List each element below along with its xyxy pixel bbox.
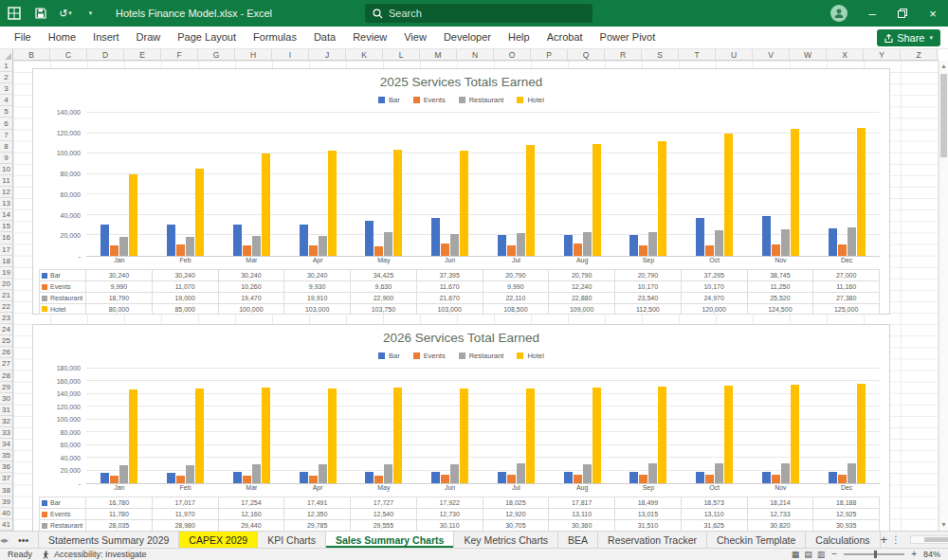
row-header-41[interactable]: 41 <box>0 519 12 531</box>
sheet-tab-kpi-charts[interactable]: KPI Charts <box>258 532 326 548</box>
row-header-19[interactable]: 19 <box>0 267 12 279</box>
row-header-39[interactable]: 39 <box>0 497 12 508</box>
sheet-tab-reservation-tracker[interactable]: Reservation Tracker <box>598 532 707 548</box>
customize-quick-access-icon[interactable]: ▾ <box>78 0 102 27</box>
undo-icon[interactable]: ↺▾ <box>53 0 78 27</box>
row-header-3[interactable]: 3 <box>0 83 12 95</box>
row-header-24[interactable]: 24 <box>0 324 12 335</box>
column-header-P[interactable]: P <box>531 49 568 60</box>
column-header-G[interactable]: G <box>198 49 235 60</box>
row-header-8[interactable]: 8 <box>0 141 12 153</box>
row-header-29[interactable]: 29 <box>0 382 12 393</box>
row-header-6[interactable]: 6 <box>0 117 12 129</box>
save-icon[interactable] <box>28 0 53 27</box>
accessibility-checker[interactable]: Accessibility: Investigate <box>42 550 147 559</box>
column-header-N[interactable]: N <box>457 49 494 60</box>
row-header-15[interactable]: 15 <box>0 221 12 232</box>
sheet-tab-bea[interactable]: BEA <box>558 532 598 548</box>
column-header-D[interactable]: D <box>87 49 124 60</box>
row-header-7[interactable]: 7 <box>0 130 12 141</box>
row-header-13[interactable]: 13 <box>0 198 12 209</box>
ribbon-tab-home[interactable]: Home <box>40 27 84 48</box>
column-header-H[interactable]: H <box>235 49 272 60</box>
row-header-38[interactable]: 38 <box>0 484 12 496</box>
zoom-out-icon[interactable]: − <box>831 550 837 559</box>
ribbon-tab-draw[interactable]: Draw <box>128 27 170 48</box>
ribbon-tab-file[interactable]: File <box>6 27 40 48</box>
row-header-27[interactable]: 27 <box>0 358 12 370</box>
column-header-I[interactable]: I <box>272 49 309 60</box>
horizontal-scrollbar[interactable] <box>910 535 948 544</box>
zoom-in-icon[interactable]: + <box>911 550 917 559</box>
sheet-tab-overflow[interactable]: ••• <box>9 532 39 548</box>
close-button[interactable]: × <box>918 0 948 27</box>
vertical-scrollbar[interactable]: ▲ ▼ <box>939 61 948 531</box>
row-header-36[interactable]: 36 <box>0 461 12 473</box>
row-header-1[interactable]: 1 <box>0 61 12 72</box>
column-header-S[interactable]: S <box>642 49 679 60</box>
ribbon-tab-help[interactable]: Help <box>500 27 538 48</box>
row-header-16[interactable]: 16 <box>0 232 12 244</box>
sheet-tab-sales-summary-charts[interactable]: Sales Summary Charts <box>326 532 454 548</box>
vertical-scroll-thumb[interactable] <box>940 74 947 157</box>
row-header-12[interactable]: 12 <box>0 187 12 198</box>
zoom-slider[interactable] <box>844 553 904 555</box>
row-header-32[interactable]: 32 <box>0 416 12 427</box>
ribbon-tab-insert[interactable]: Insert <box>84 27 128 48</box>
row-header-22[interactable]: 22 <box>0 301 12 313</box>
column-header-O[interactable]: O <box>494 49 531 60</box>
page-break-view-icon[interactable]: ▥ <box>817 550 826 559</box>
column-header-V[interactable]: V <box>753 49 790 60</box>
row-header-20[interactable]: 20 <box>0 279 12 290</box>
column-header-C[interactable]: C <box>50 49 87 60</box>
row-header-17[interactable]: 17 <box>0 244 12 256</box>
row-header-9[interactable]: 9 <box>0 153 12 164</box>
worksheet-grid[interactable]: 1234567891011121314151617181920212223242… <box>0 61 939 531</box>
zoom-level[interactable]: 84% <box>923 550 940 559</box>
column-header-X[interactable]: X <box>827 49 864 60</box>
new-sheet-button[interactable]: + <box>881 532 888 548</box>
ribbon-tab-review[interactable]: Review <box>344 27 395 48</box>
row-header-31[interactable]: 31 <box>0 405 12 416</box>
column-header-W[interactable]: W <box>790 49 827 60</box>
ribbon-tab-developer[interactable]: Developer <box>435 27 500 48</box>
share-button[interactable]: Share ▾ <box>877 29 940 46</box>
chart-2026-services-total-earned[interactable]: 2026 Services Total EarnedBarEventsResta… <box>32 324 890 531</box>
undo-caret-icon[interactable]: ▾ <box>68 9 72 17</box>
row-header-35[interactable]: 35 <box>0 450 12 461</box>
sheet-tab-checkin-template[interactable]: Checkin Template <box>707 532 806 548</box>
column-header-B[interactable]: B <box>13 49 50 60</box>
search-input[interactable] <box>389 8 559 19</box>
column-header-M[interactable]: M <box>420 49 457 60</box>
row-header-28[interactable]: 28 <box>0 370 12 382</box>
sheet-tab-capex-2029[interactable]: CAPEX 2029 <box>179 532 258 548</box>
row-header-14[interactable]: 14 <box>0 209 12 221</box>
scroll-up-icon[interactable]: ▲ <box>939 61 948 72</box>
row-header-18[interactable]: 18 <box>0 256 12 267</box>
sheet-tab-key-metrics-charts[interactable]: Key Metrics Charts <box>454 532 558 548</box>
row-header-21[interactable]: 21 <box>0 290 12 301</box>
horizontal-scroll-thumb[interactable] <box>924 537 948 542</box>
row-header-26[interactable]: 26 <box>0 347 12 358</box>
row-header-5[interactable]: 5 <box>0 106 12 117</box>
column-header-K[interactable]: K <box>346 49 383 60</box>
row-header-4[interactable]: 4 <box>0 95 12 106</box>
row-header-23[interactable]: 23 <box>0 313 12 324</box>
scroll-down-icon[interactable]: ▼ <box>939 519 948 531</box>
row-header-2[interactable]: 2 <box>0 72 12 83</box>
column-header-L[interactable]: L <box>383 49 420 60</box>
normal-view-icon[interactable]: ▦ <box>792 550 800 559</box>
ribbon-tab-view[interactable]: View <box>395 27 435 48</box>
sheet-tab-calculations[interactable]: Calculations <box>806 532 880 548</box>
column-header-F[interactable]: F <box>161 49 198 60</box>
row-header-40[interactable]: 40 <box>0 508 12 519</box>
row-header-30[interactable]: 30 <box>0 393 12 405</box>
row-header-33[interactable]: 33 <box>0 427 12 439</box>
column-header-J[interactable]: J <box>309 49 346 60</box>
ribbon-tab-formulas[interactable]: Formulas <box>245 27 305 48</box>
row-header-25[interactable]: 25 <box>0 335 12 347</box>
column-header-E[interactable]: E <box>124 49 161 60</box>
chart-2025-services-totals-earned[interactable]: 2025 Services Totals EarnedBarEventsRest… <box>32 68 890 315</box>
select-all-corner[interactable] <box>0 49 13 61</box>
ribbon-tab-power-pivot[interactable]: Power Pivot <box>592 27 665 48</box>
